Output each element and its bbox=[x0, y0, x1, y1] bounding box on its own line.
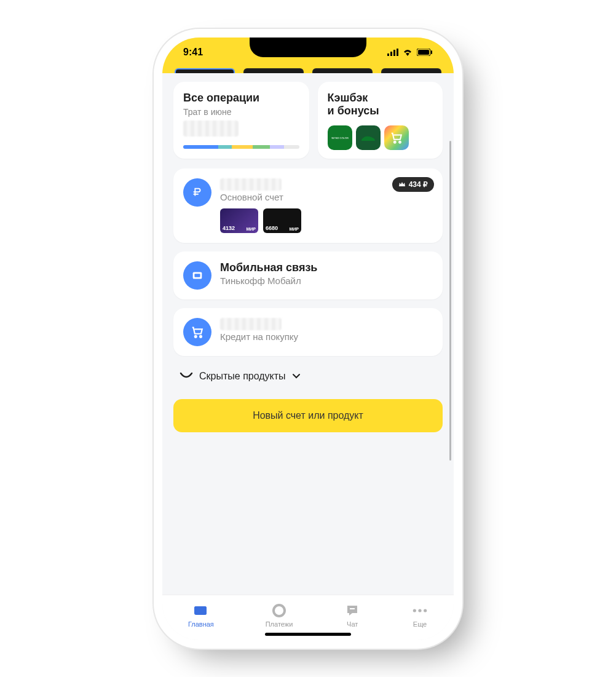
svg-point-19 bbox=[413, 609, 416, 612]
spending-segment bbox=[253, 145, 270, 149]
status-time: 9:41 bbox=[183, 47, 203, 58]
mini-card[interactable]: 6680МИР bbox=[263, 208, 301, 233]
svg-point-8 bbox=[393, 141, 395, 143]
tab-label: Платежи bbox=[266, 620, 293, 628]
ruble-icon bbox=[183, 178, 211, 207]
spending-segment bbox=[284, 145, 299, 149]
hidden-products-label: Скрытые продукты bbox=[199, 371, 286, 382]
partner-icon[interactable]: UNITED COLORS bbox=[328, 125, 352, 150]
notch bbox=[250, 38, 366, 57]
spending-segment bbox=[270, 145, 284, 149]
mini-cards-row: 4132МИР6680МИР bbox=[220, 208, 433, 233]
svg-point-12 bbox=[195, 336, 197, 338]
svg-rect-3 bbox=[397, 49, 398, 56]
account-card[interactable]: Основной счет4132МИР6680МИР434 ₽ bbox=[173, 168, 443, 243]
account-title-blurred bbox=[220, 318, 282, 330]
story-chip[interactable] bbox=[175, 68, 235, 73]
tab-chat[interactable]: Чат bbox=[344, 603, 360, 628]
svg-rect-6 bbox=[431, 50, 432, 54]
status-icons bbox=[387, 49, 433, 56]
svg-point-20 bbox=[418, 609, 421, 612]
account-body: Кредит на покупку bbox=[220, 318, 433, 342]
cashback-badge[interactable]: 434 ₽ bbox=[392, 177, 434, 192]
home-icon bbox=[193, 603, 209, 619]
svg-point-21 bbox=[424, 609, 427, 612]
story-chip[interactable] bbox=[381, 68, 441, 73]
card-system: МИР bbox=[289, 227, 299, 231]
svg-rect-1 bbox=[390, 52, 392, 56]
svg-point-9 bbox=[399, 141, 401, 143]
home-indicator[interactable] bbox=[265, 633, 351, 636]
stories-row[interactable] bbox=[162, 67, 454, 73]
operations-subtitle: Трат в июне bbox=[183, 107, 299, 117]
main-screen[interactable]: Все операции Трат в июне Кэшбэк и бонусы… bbox=[162, 73, 454, 595]
account-subtitle: Основной счет bbox=[220, 192, 433, 202]
svg-rect-16 bbox=[194, 606, 207, 615]
partner-icon[interactable] bbox=[356, 125, 381, 150]
tab-label: Еще bbox=[413, 620, 427, 628]
tab-home[interactable]: Главная bbox=[188, 603, 214, 628]
tab-more[interactable]: Еще bbox=[412, 603, 428, 628]
operations-card[interactable]: Все операции Трат в июне bbox=[173, 82, 309, 159]
card-system: МИР bbox=[246, 227, 256, 231]
card-last4: 4132 bbox=[223, 225, 235, 231]
tab-payments[interactable]: Платежи bbox=[266, 603, 293, 628]
svg-rect-2 bbox=[393, 50, 395, 56]
svg-rect-18 bbox=[350, 608, 355, 609]
partner-icon[interactable] bbox=[384, 125, 409, 150]
story-chip[interactable] bbox=[243, 68, 304, 73]
cart-icon bbox=[183, 318, 211, 346]
scrollbar[interactable] bbox=[449, 141, 451, 461]
badge-value: 434 ₽ bbox=[409, 180, 428, 189]
account-subtitle: Кредит на покупку bbox=[220, 331, 433, 342]
account-title-blurred bbox=[220, 178, 282, 191]
svg-rect-5 bbox=[418, 50, 429, 55]
hidden-products-toggle[interactable]: Скрытые продукты bbox=[173, 365, 443, 388]
cashback-card[interactable]: Кэшбэк и бонусы UNITED COLORS bbox=[318, 82, 443, 159]
account-card[interactable]: Мобильная связьТинькофф Мобайл bbox=[173, 251, 443, 299]
cellular-icon bbox=[387, 49, 398, 56]
svg-text:UNITED COLORS: UNITED COLORS bbox=[331, 137, 349, 140]
svg-point-13 bbox=[200, 336, 202, 338]
svg-rect-11 bbox=[194, 274, 200, 277]
accounts-list: Основной счет4132МИР6680МИР434 ₽Мобильна… bbox=[173, 168, 443, 356]
spending-segment bbox=[232, 145, 253, 149]
operations-title: Все операции bbox=[183, 92, 299, 105]
tab-label: Чат bbox=[347, 620, 358, 628]
account-card[interactable]: Кредит на покупку bbox=[173, 308, 443, 356]
battery-icon bbox=[417, 49, 433, 56]
crown-icon bbox=[398, 181, 406, 188]
phone-frame: 9:41 Все операции Трат в июне Кэшбэк bbox=[162, 38, 454, 640]
new-product-button[interactable]: Новый счет или продукт bbox=[173, 399, 443, 432]
spending-bar bbox=[183, 145, 299, 149]
payments-icon bbox=[271, 603, 287, 619]
eye-closed-icon bbox=[180, 372, 193, 381]
account-subtitle: Тинькофф Мобайл bbox=[220, 275, 433, 286]
operations-amount-blurred bbox=[183, 121, 239, 137]
spending-segment bbox=[183, 145, 218, 149]
more-icon bbox=[412, 603, 428, 619]
sim-icon bbox=[183, 261, 211, 290]
svg-point-17 bbox=[274, 605, 285, 616]
cashback-partner-icons: UNITED COLORS bbox=[328, 125, 433, 150]
account-body: Мобильная связьТинькофф Мобайл bbox=[220, 261, 433, 286]
cashback-title-line2: и бонусы bbox=[328, 105, 433, 118]
spending-segment bbox=[218, 145, 232, 149]
svg-rect-0 bbox=[387, 53, 389, 56]
chat-icon bbox=[344, 603, 360, 619]
cashback-title-line1: Кэшбэк bbox=[328, 92, 433, 105]
wifi-icon bbox=[402, 49, 413, 56]
tab-label: Главная bbox=[188, 620, 214, 628]
story-chip[interactable] bbox=[312, 68, 373, 73]
card-last4: 6680 bbox=[266, 225, 278, 231]
account-title: Мобильная связь bbox=[220, 261, 433, 274]
mini-card[interactable]: 4132МИР bbox=[220, 208, 258, 233]
chevron-down-icon bbox=[292, 373, 301, 379]
